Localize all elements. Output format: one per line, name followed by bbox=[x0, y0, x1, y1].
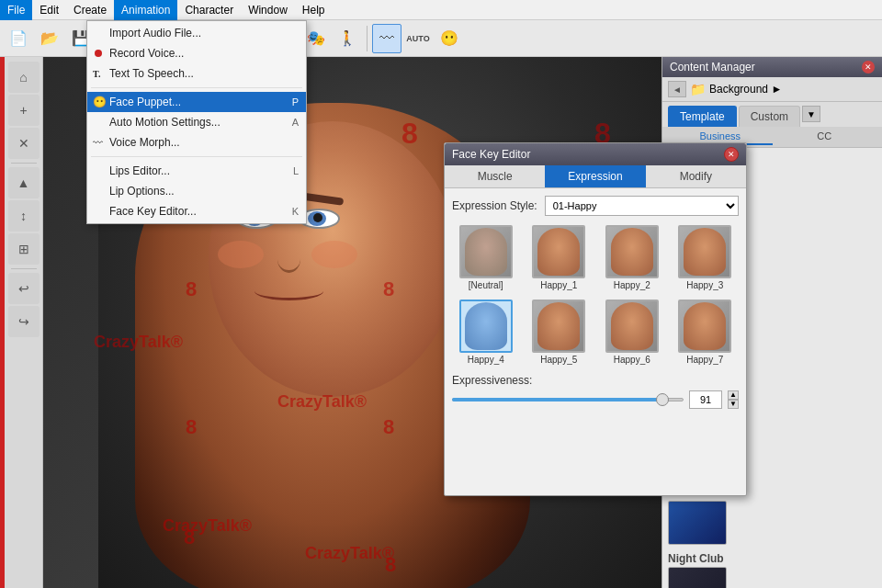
menu-divider-2 bbox=[91, 156, 302, 157]
face-label-happy3: Happy_3 bbox=[686, 280, 723, 290]
cm-thumb-news-1[interactable] bbox=[668, 501, 727, 545]
menu-face-puppet-label: Face Puppet... bbox=[109, 96, 181, 108]
menu-tts-label: Text To Speech... bbox=[109, 67, 194, 80]
sidebar-home[interactable]: ⌂ bbox=[8, 62, 40, 93]
menu-record-voice[interactable]: Record Voice... bbox=[87, 43, 306, 63]
fke-tab-expression[interactable]: Expression bbox=[545, 165, 645, 187]
expression-style-label: Expression Style: bbox=[452, 199, 537, 212]
cm-titlebar: Content Manager ✕ bbox=[662, 57, 882, 77]
face-thumb-happy4[interactable] bbox=[459, 300, 513, 353]
menu-lip-options-label: Lip Options... bbox=[109, 185, 175, 198]
fke-titlebar: Face Key Editor ✕ bbox=[445, 143, 746, 165]
expressiveness-label: Expressiveness: bbox=[452, 374, 532, 387]
cm-nav: ◄ 📁 Background ► bbox=[662, 77, 882, 102]
cm-tab-template[interactable]: Template bbox=[668, 106, 737, 127]
face-thumb-happy5[interactable] bbox=[532, 300, 585, 353]
sidebar-redo[interactable]: ↪ bbox=[8, 306, 40, 337]
menu-face-key-editor[interactable]: Face Key Editor... K bbox=[87, 201, 306, 221]
fke-tab-muscle[interactable]: Muscle bbox=[445, 165, 545, 187]
menu-import-audio[interactable]: Import Audio File... bbox=[87, 23, 306, 43]
toolbar-wave[interactable]: 〰 bbox=[372, 24, 401, 53]
face-label-happy4: Happy_4 bbox=[468, 355, 504, 365]
cm-tabs: Template Custom ▼ bbox=[662, 102, 882, 127]
fke-close-button[interactable]: ✕ bbox=[724, 147, 739, 162]
expressiveness-spinners: ▲ ▼ bbox=[728, 390, 739, 409]
expression-style-select[interactable]: 01-Happy 02-Sad 03-Angry 04-Surprised bbox=[545, 196, 739, 216]
face-grid-row2: Happy_4 Happy_5 Happy_6 Happy_7 bbox=[452, 300, 739, 365]
voice-morph-icon: 〰 bbox=[93, 137, 103, 148]
fke-shortcut: K bbox=[292, 206, 299, 217]
face-thumb-happy2[interactable] bbox=[605, 225, 659, 278]
fke-tabs: Muscle Expression Modify bbox=[445, 165, 746, 188]
face-happy5-inner bbox=[537, 302, 580, 350]
sidebar-add[interactable]: + bbox=[8, 95, 40, 126]
cm-sub-cc[interactable]: CC bbox=[773, 129, 877, 145]
menu-text-to-speech[interactable]: T. Text To Speech... bbox=[87, 63, 306, 84]
face-item-happy3[interactable]: Happy_3 bbox=[672, 225, 740, 290]
expr-spin-up[interactable]: ▲ bbox=[728, 390, 739, 400]
face-item-happy5[interactable]: Happy_5 bbox=[526, 300, 594, 365]
face-label-happy1: Happy_1 bbox=[540, 280, 577, 290]
sidebar-grid[interactable]: ⊞ bbox=[8, 233, 40, 265]
lips-editor-shortcut: L bbox=[293, 165, 299, 176]
fke-content: Expression Style: 01-Happy 02-Sad 03-Ang… bbox=[445, 188, 746, 416]
menu-edit[interactable]: Edit bbox=[32, 0, 66, 20]
face-item-happy6[interactable]: Happy_6 bbox=[598, 300, 666, 365]
face-item-neutral[interactable]: [Neutral] bbox=[452, 225, 520, 290]
sidebar-undo[interactable]: ↩ bbox=[8, 273, 40, 304]
cm-back-button[interactable]: ◄ bbox=[668, 81, 686, 97]
face-item-happy4[interactable]: Happy_4 bbox=[452, 300, 520, 365]
slider-fill bbox=[452, 398, 662, 401]
face-key-editor-panel: Face Key Editor ✕ Muscle Expression Modi… bbox=[444, 142, 747, 496]
face-thumb-happy6[interactable] bbox=[605, 300, 659, 353]
toolbar-new[interactable]: 📄 bbox=[4, 24, 33, 53]
face-item-happy1[interactable]: Happy_1 bbox=[526, 225, 594, 290]
menu-character[interactable]: Character bbox=[177, 0, 241, 20]
cm-thumb-nightclub-1[interactable] bbox=[668, 567, 727, 588]
face-thumb-happy3[interactable] bbox=[678, 225, 731, 278]
text-speech-icon: T. bbox=[93, 69, 100, 79]
menu-window[interactable]: Window bbox=[241, 0, 295, 20]
face-item-happy7[interactable]: Happy_7 bbox=[672, 300, 740, 365]
sidebar-remove[interactable]: ✕ bbox=[8, 128, 40, 159]
menu-auto-motion[interactable]: Auto Motion Settings... A bbox=[87, 112, 306, 132]
menu-help[interactable]: Help bbox=[295, 0, 333, 20]
face-item-happy2[interactable]: Happy_2 bbox=[598, 225, 666, 290]
toolbar-walk[interactable]: 🚶 bbox=[333, 24, 362, 53]
expressiveness-value-box: 91 bbox=[689, 390, 722, 409]
cm-thumbs-news-studio bbox=[668, 501, 876, 545]
fke-tab-modify[interactable]: Modify bbox=[646, 165, 746, 187]
face-thumb-happy7[interactable] bbox=[678, 300, 731, 353]
face-neutral-inner bbox=[465, 228, 507, 276]
face-thumb-neutral[interactable] bbox=[459, 225, 513, 278]
sidebar-up[interactable]: ▲ bbox=[8, 167, 40, 198]
toolbar-face-outline[interactable]: 😶 bbox=[435, 24, 464, 53]
cm-expand-button[interactable]: ▼ bbox=[802, 106, 820, 122]
menu-lip-options[interactable]: Lip Options... bbox=[87, 181, 306, 201]
expressiveness-slider[interactable] bbox=[452, 392, 684, 407]
menu-create[interactable]: Create bbox=[66, 0, 114, 20]
toolbar-sep3 bbox=[367, 26, 368, 51]
toolbar-auto[interactable]: AUTO bbox=[403, 24, 433, 53]
menu-record-voice-label: Record Voice... bbox=[109, 47, 184, 60]
menu-voice-morph[interactable]: 〰 Voice Morph... bbox=[87, 132, 306, 153]
sidebar-sep1 bbox=[11, 163, 37, 164]
sidebar-resize[interactable]: ↕ bbox=[8, 200, 40, 232]
toolbar-open[interactable]: 📂 bbox=[35, 24, 64, 53]
menu-lips-editor[interactable]: Lips Editor... L bbox=[87, 161, 306, 181]
menu-animation[interactable]: Animation bbox=[114, 0, 177, 20]
face-thumb-happy1[interactable] bbox=[532, 225, 585, 278]
face-label-happy2: Happy_2 bbox=[614, 280, 650, 290]
face-happy1-inner bbox=[537, 228, 580, 276]
face-grid-row1: [Neutral] Happy_1 Happy_2 Happy_3 bbox=[452, 225, 739, 290]
menu-face-puppet[interactable]: 😶 Face Puppet... P bbox=[87, 92, 306, 112]
expr-spin-down[interactable]: ▼ bbox=[728, 400, 739, 409]
cm-close-button[interactable]: ✕ bbox=[862, 61, 875, 74]
menu-file[interactable]: File bbox=[0, 0, 32, 20]
sidebar-sep2 bbox=[11, 268, 37, 269]
cm-row-night-club: Night Club bbox=[668, 550, 876, 588]
slider-thumb[interactable] bbox=[656, 393, 669, 406]
cm-tab-custom[interactable]: Custom bbox=[739, 106, 800, 127]
left-sidebar: ⌂ + ✕ ▲ ↕ ⊞ ↩ ↪ bbox=[5, 57, 43, 588]
animation-dropdown-menu: Import Audio File... Record Voice... T. … bbox=[86, 20, 307, 224]
